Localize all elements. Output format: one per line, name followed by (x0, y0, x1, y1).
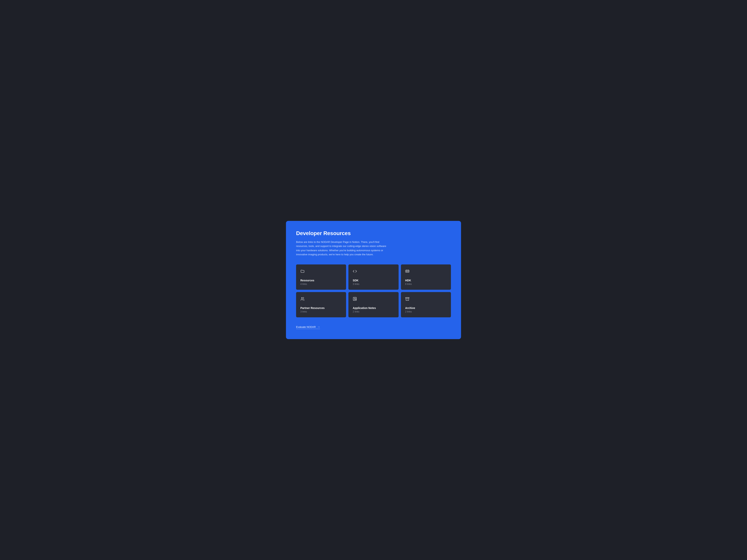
card-links-application-notes: 2 links (353, 310, 394, 313)
svg-point-7 (302, 297, 303, 298)
svg-point-1 (406, 271, 407, 272)
gpu-icon (405, 269, 447, 273)
card-name-partner-resources: Partner Resources (300, 306, 342, 310)
svg-rect-12 (405, 297, 409, 298)
arrow-right-icon: → (317, 325, 320, 328)
svg-point-2 (408, 271, 408, 272)
svg-rect-0 (405, 270, 409, 272)
evaluate-nodar-link[interactable]: Evaluate NODAR → (296, 325, 320, 329)
card-links-resources: 4 links (300, 283, 342, 286)
users-icon (300, 297, 342, 301)
card-name-application-notes: Application Notes (353, 306, 394, 310)
card-partner-resources[interactable]: Partner Resources 3 links (296, 292, 346, 317)
code-icon (353, 269, 394, 273)
card-application-notes[interactable]: Application Notes 2 links (349, 292, 398, 317)
card-hdk[interactable]: HDK 8 links (401, 264, 451, 290)
card-name-archive: Archive (405, 306, 447, 310)
card-archive[interactable]: Archive 2 links (401, 292, 451, 317)
notes-icon (353, 297, 394, 301)
cards-grid: Resources 4 links SDK 3 links (296, 264, 451, 317)
card-name-sdk: SDK (353, 279, 394, 282)
card-sdk[interactable]: SDK 3 links (349, 264, 398, 290)
archive-icon (405, 297, 447, 301)
folder-icon (300, 269, 342, 273)
main-card: Developer Resources Below are links to t… (286, 221, 461, 339)
header-section: Developer Resources Below are links to t… (296, 230, 451, 257)
footer: Evaluate NODAR → (296, 325, 451, 329)
card-links-sdk: 3 links (353, 283, 394, 286)
evaluate-nodar-label: Evaluate NODAR (296, 325, 316, 328)
card-resources[interactable]: Resources 4 links (296, 264, 346, 290)
card-links-archive: 2 links (405, 310, 447, 313)
card-links-hdk: 8 links (405, 283, 447, 286)
page-description: Below are links to the NODAR Developer P… (296, 240, 389, 257)
card-links-partner-resources: 3 links (300, 310, 342, 313)
page-title: Developer Resources (296, 230, 451, 236)
card-name-resources: Resources (300, 279, 342, 282)
card-name-hdk: HDK (405, 279, 447, 282)
